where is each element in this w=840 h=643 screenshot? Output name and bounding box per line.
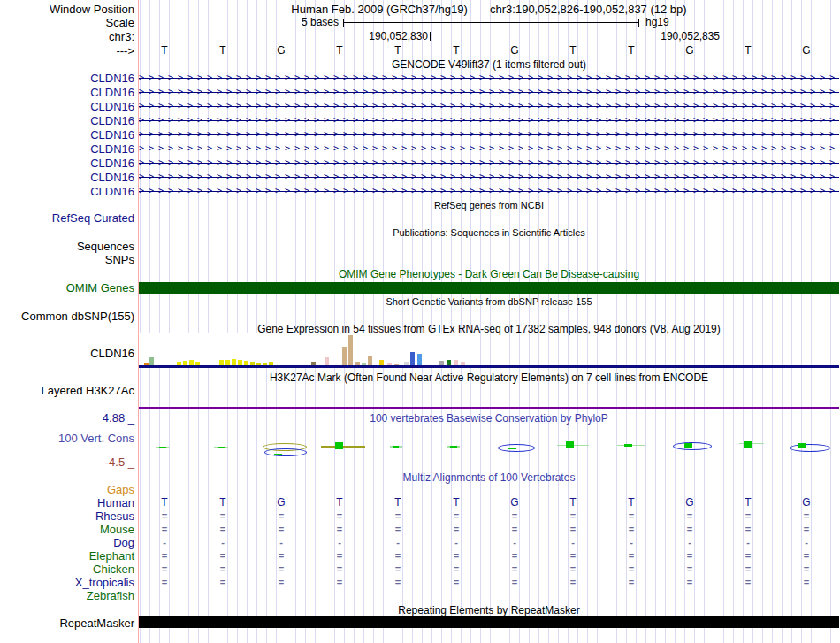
track-title-h3k27ac: H3K27Ac Mark (Often Found Near Active Re… <box>139 371 839 384</box>
omim-gene-band[interactable] <box>139 282 839 294</box>
gene-arrow-row[interactable]: >>>>>>>>>>>>>>>>>>>>>>>>>>>>>>>>>>>>>>>>… <box>139 115 839 126</box>
scale-ruler-tick-left <box>343 19 344 27</box>
gene-arrow-row[interactable]: >>>>>>>>>>>>>>>>>>>>>>>>>>>>>>>>>>>>>>>>… <box>139 101 839 111</box>
gtex-bar[interactable] <box>417 354 422 365</box>
conservation-mark <box>218 447 225 448</box>
track-label-omim-genes[interactable]: OMIM Genes <box>66 281 134 295</box>
align-glyph: - <box>513 538 516 547</box>
align-base-letter: G <box>802 497 810 508</box>
species-label-mouse[interactable]: Mouse <box>100 523 134 536</box>
base-letter: T <box>336 45 342 56</box>
align-glyph: = <box>745 511 751 521</box>
gene-label-cldn16[interactable]: CLDN16 <box>90 142 134 156</box>
track-label-h3k27ac[interactable]: Layered H3K27Ac <box>41 384 134 397</box>
gtex-bar[interactable] <box>368 356 372 365</box>
align-glyph: = <box>395 578 401 587</box>
refseq-item-line[interactable] <box>139 218 839 218</box>
gene-arrow-row[interactable]: >>>>>>>>>>>>>>>>>>>>>>>>>>>>>>>>>>>>>>>>… <box>139 172 839 182</box>
position-range-text: chr3:190,052,826-190,052,837 (12 bp) <box>490 3 687 16</box>
track-label-sequences[interactable]: Sequences <box>77 240 134 253</box>
gtex-bar[interactable] <box>410 352 415 365</box>
gene-label-cldn16[interactable]: CLDN16 <box>90 86 134 99</box>
species-label-zebrafish[interactable]: Zebrafish <box>87 589 134 602</box>
align-glyph: = <box>804 578 809 587</box>
assembly-text: Human Feb. 2009 (GRCh37/hg19) <box>291 3 467 16</box>
gtex-baseline <box>139 365 839 368</box>
species-label-rhesus[interactable]: Rhesus <box>95 509 134 523</box>
gutter-label-window-position: Window Position <box>50 3 134 16</box>
conservation-mark <box>264 448 307 456</box>
align-glyph: = <box>337 551 342 561</box>
gene-arrow-row[interactable]: >>>>>>>>>>>>>>>>>>>>>>>>>>>>>>>>>>>>>>>>… <box>139 157 839 168</box>
align-glyph: - <box>688 538 691 547</box>
gene-label-cldn16[interactable]: CLDN16 <box>90 72 134 85</box>
align-glyph: - <box>338 538 341 547</box>
conservation-mark <box>684 443 692 448</box>
base-letter: T <box>161 45 167 56</box>
h3k27ac-signal-line[interactable] <box>139 407 839 409</box>
align-glyph: = <box>337 524 342 534</box>
align-glyph: = <box>687 511 692 521</box>
gene-label-cldn16[interactable]: CLDN16 <box>90 171 134 184</box>
gtex-bar[interactable] <box>325 357 329 365</box>
gtex-bar[interactable] <box>342 347 347 365</box>
gene-label-cldn16[interactable]: CLDN16 <box>90 185 134 198</box>
align-glyph: = <box>162 524 167 534</box>
track-label-phylop[interactable]: 100 Vert. Cons <box>58 432 134 445</box>
species-label-human[interactable]: Human <box>97 496 134 509</box>
base-letter: T <box>219 45 225 56</box>
align-base-letter: G <box>510 497 518 508</box>
align-glyph: = <box>570 578 576 587</box>
gtex-bar[interactable] <box>232 359 236 365</box>
base-letter: T <box>628 45 634 56</box>
species-label-chicken[interactable]: Chicken <box>93 563 134 576</box>
align-base-letter: T <box>745 497 751 508</box>
gene-arrow-row[interactable]: >>>>>>>>>>>>>>>>>>>>>>>>>>>>>>>>>>>>>>>>… <box>139 186 839 196</box>
align-glyph: - <box>805 538 808 547</box>
track-label-gtex-cldn16[interactable]: CLDN16 <box>90 347 134 360</box>
align-glyph: = <box>512 578 517 587</box>
gene-arrow-row[interactable]: >>>>>>>>>>>>>>>>>>>>>>>>>>>>>>>>>>>>>>>>… <box>139 73 839 83</box>
species-label-x_tropicalis[interactable]: X_tropicalis <box>75 576 134 589</box>
track-label-common-dbsnp[interactable]: Common dbSNP(155) <box>21 310 134 323</box>
align-glyph: = <box>570 564 576 574</box>
track-label-refseq-curated[interactable]: RefSeq Curated <box>52 211 134 225</box>
align-glyph: = <box>687 578 692 587</box>
conservation-mark <box>274 454 282 455</box>
align-glyph: = <box>745 564 751 574</box>
align-glyph: - <box>454 538 458 547</box>
repeatmasker-band[interactable] <box>139 616 839 628</box>
align-base-letter: T <box>161 497 167 508</box>
gtex-bar[interactable] <box>149 357 154 365</box>
gene-label-cldn16[interactable]: CLDN16 <box>90 157 134 170</box>
align-base-letter: T <box>394 497 401 508</box>
align-base-letter: T <box>628 497 634 508</box>
align-glyph: = <box>687 564 692 574</box>
gene-arrow-row[interactable]: >>>>>>>>>>>>>>>>>>>>>>>>>>>>>>>>>>>>>>>>… <box>139 87 839 97</box>
coord-left-text: 190,052,830 <box>369 30 428 42</box>
species-label-gaps[interactable]: Gaps <box>107 483 134 496</box>
gene-arrow-row[interactable]: >>>>>>>>>>>>>>>>>>>>>>>>>>>>>>>>>>>>>>>>… <box>139 129 839 140</box>
conservation-mark <box>673 442 712 450</box>
base-letter: T <box>453 45 459 56</box>
gtex-bar[interactable] <box>348 335 353 365</box>
align-glyph: = <box>687 551 692 561</box>
gene-label-cldn16[interactable]: CLDN16 <box>90 100 134 113</box>
species-label-elephant[interactable]: Elephant <box>89 549 134 563</box>
gene-label-cldn16[interactable]: CLDN16 <box>90 114 134 127</box>
align-glyph: = <box>745 578 751 587</box>
align-glyph: = <box>220 564 225 574</box>
track-title-multiz: Multiz Alignments of 100 Vertebrates <box>139 471 839 484</box>
gene-arrow-row[interactable]: >>>>>>>>>>>>>>>>>>>>>>>>>>>>>>>>>>>>>>>>… <box>139 143 839 154</box>
track-label-repeatmasker[interactable]: RepeatMasker <box>59 616 134 630</box>
gene-label-cldn16[interactable]: CLDN16 <box>90 128 134 142</box>
track-title-publications: Publications: Sequences in Scientific Ar… <box>139 227 839 238</box>
conservation-mark <box>798 443 806 448</box>
conservation-mark <box>744 441 752 448</box>
species-label-dog[interactable]: Dog <box>113 536 134 549</box>
track-label-snps[interactable]: SNPs <box>105 253 134 266</box>
gutter-label-chrom: chr3: <box>109 30 134 43</box>
align-glyph: = <box>629 551 634 561</box>
genome-browser-image: Human Feb. 2009 (GRCh37/hg19) chr3:190,0… <box>0 0 840 643</box>
base-letter: T <box>394 45 401 56</box>
